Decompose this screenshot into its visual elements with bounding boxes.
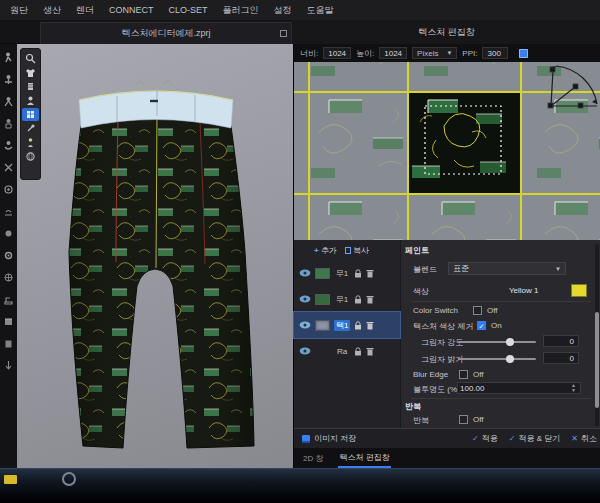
float-window-icon[interactable] bbox=[280, 30, 287, 37]
thread-spool-icon[interactable] bbox=[22, 80, 39, 93]
shadow-intensity-value[interactable]: 0 bbox=[543, 335, 579, 347]
layer-row-3-selected[interactable]: 텍1 bbox=[294, 312, 400, 338]
layer-name: 텍1 bbox=[334, 320, 350, 331]
lock-icon[interactable] bbox=[354, 347, 362, 356]
trash-icon[interactable] bbox=[366, 269, 374, 278]
eye-icon[interactable] bbox=[299, 295, 311, 303]
check-icon: ✓ bbox=[472, 434, 479, 443]
repeat-checkbox[interactable] bbox=[459, 415, 468, 424]
lock-icon[interactable] bbox=[354, 321, 362, 330]
editor-bottom-tabs: 2D 창 텍스처 편집창 bbox=[294, 448, 600, 468]
tile-view-icon[interactable] bbox=[519, 49, 528, 58]
left-toolbar bbox=[0, 44, 17, 468]
width-field[interactable]: 1024 bbox=[323, 47, 351, 59]
avatar-measure-icon[interactable] bbox=[3, 162, 14, 173]
scrollbar-thumb[interactable] bbox=[595, 312, 599, 408]
eye-icon[interactable] bbox=[299, 347, 311, 355]
eye-icon[interactable] bbox=[299, 269, 311, 277]
avatar-edit-icon[interactable] bbox=[3, 118, 14, 129]
menu-item-render[interactable]: 렌더 bbox=[76, 4, 94, 17]
trash-icon[interactable] bbox=[366, 295, 374, 304]
lock-icon[interactable] bbox=[354, 269, 362, 278]
ppi-field[interactable]: 300 bbox=[482, 47, 508, 59]
avatar-size-icon[interactable] bbox=[3, 96, 14, 107]
tab-2d-window[interactable]: 2D 창 bbox=[302, 450, 324, 467]
world-icon[interactable] bbox=[22, 150, 39, 163]
slider-thumb[interactable] bbox=[506, 338, 514, 346]
press-tool-icon[interactable] bbox=[3, 360, 14, 371]
copy-layer-button[interactable]: 복사 bbox=[345, 245, 369, 256]
blur-edge-row: Blur Edge Off bbox=[401, 368, 597, 382]
save-image-button[interactable]: 이미지 저장 bbox=[302, 433, 356, 444]
close-icon: ✕ bbox=[571, 434, 578, 443]
menu-item-production[interactable]: 생산 bbox=[43, 4, 61, 17]
tab-texture-editor[interactable]: 텍스처 편집창 bbox=[338, 449, 390, 468]
avatar-walk-icon[interactable] bbox=[3, 52, 14, 63]
folder-icon[interactable] bbox=[4, 475, 17, 484]
menu-item-plugin[interactable]: 플러그인 bbox=[223, 4, 259, 17]
mannequin-icon[interactable] bbox=[22, 136, 39, 149]
pants-model bbox=[17, 44, 293, 468]
shadow-intensity-row: 그림자 강도 0 bbox=[401, 335, 597, 349]
texture-editor-mode-icon[interactable] bbox=[22, 108, 39, 121]
remove-color-label: 텍스처 색상 제거 bbox=[413, 321, 473, 332]
shadow-brightness-value[interactable]: 0 bbox=[543, 352, 579, 364]
apply-button[interactable]: ✓적용 bbox=[472, 433, 498, 444]
zoom-tool-icon[interactable] bbox=[22, 52, 39, 65]
stepper-icon[interactable]: ▲▼ bbox=[571, 383, 576, 393]
viewport-3d[interactable] bbox=[17, 44, 293, 468]
fabric-roll-icon[interactable] bbox=[3, 338, 14, 349]
add-layer-button[interactable]: + 추가 bbox=[314, 245, 337, 256]
globe-tool-icon[interactable] bbox=[3, 272, 14, 283]
project-tab[interactable]: 텍스처에디터예제.zprj bbox=[40, 22, 292, 44]
unit-dropdown[interactable]: Pixels▼ bbox=[412, 47, 457, 59]
menu-item-help[interactable]: 도움말 bbox=[307, 4, 334, 17]
layer-row-1[interactable]: 무1 bbox=[294, 260, 400, 286]
layer-row-2[interactable]: 무1 bbox=[294, 286, 400, 312]
texture-editor-title: 텍스처 편집창 bbox=[293, 20, 600, 44]
shadow-brightness-slider[interactable] bbox=[458, 358, 536, 360]
roll-icon[interactable] bbox=[3, 316, 14, 327]
garment-icon[interactable] bbox=[22, 66, 39, 79]
blend-dropdown[interactable]: 표준▼ bbox=[448, 262, 566, 275]
tab-strip: 텍스처에디터예제.zprj 텍스처 편집창 bbox=[0, 20, 600, 44]
apply-close-button[interactable]: ✓적용 & 닫기 bbox=[509, 433, 560, 444]
gear-tool-icon[interactable] bbox=[3, 250, 14, 261]
steam-icon[interactable] bbox=[3, 206, 14, 217]
shadow-intensity-slider[interactable] bbox=[458, 341, 536, 343]
ppi-label: PPI: bbox=[462, 49, 477, 58]
color-label: 색상 bbox=[413, 286, 429, 297]
pin-mode-icon[interactable] bbox=[22, 122, 39, 135]
slider-thumb[interactable] bbox=[506, 355, 514, 363]
avatar-pose-icon[interactable] bbox=[3, 74, 14, 85]
blend-row: 블렌드 표준▼ bbox=[401, 262, 597, 276]
avatar-display-icon[interactable] bbox=[22, 94, 39, 107]
pin-tool-icon[interactable] bbox=[3, 228, 14, 239]
height-field[interactable]: 1024 bbox=[379, 47, 407, 59]
opacity-field[interactable]: 100.00 ▲▼ bbox=[457, 382, 581, 394]
layer-name: 무1 bbox=[334, 294, 350, 305]
app-logo-icon[interactable] bbox=[62, 472, 76, 486]
menu-item-closet[interactable]: CLO-SET bbox=[169, 5, 208, 15]
menu-item-connect[interactable]: CONNECT bbox=[109, 5, 154, 15]
sewing-machine-icon[interactable] bbox=[3, 294, 14, 305]
menu-item-fabric[interactable]: 원단 bbox=[10, 4, 28, 17]
brush-icon[interactable] bbox=[3, 184, 14, 195]
eye-icon[interactable] bbox=[299, 321, 311, 329]
color-row: 색상 Yellow 1 bbox=[401, 284, 597, 298]
mode-toolbar bbox=[20, 48, 41, 180]
trash-icon[interactable] bbox=[366, 321, 374, 330]
trash-icon[interactable] bbox=[366, 347, 374, 356]
cancel-button[interactable]: ✕취소 bbox=[571, 433, 597, 444]
remove-color-checkbox[interactable]: ✓ bbox=[477, 321, 486, 330]
shadow-intensity-label: 그림자 강도 bbox=[421, 337, 463, 348]
layer-thumbnail bbox=[315, 268, 330, 279]
color-swatch[interactable] bbox=[571, 284, 587, 297]
blur-edge-checkbox[interactable] bbox=[459, 370, 468, 379]
lock-icon[interactable] bbox=[354, 295, 362, 304]
texture-canvas[interactable] bbox=[294, 62, 600, 240]
menu-item-settings[interactable]: 설정 bbox=[274, 4, 292, 17]
avatar-tape-icon[interactable] bbox=[3, 140, 14, 151]
layer-row-4[interactable]: Ra bbox=[294, 338, 400, 364]
color-switch-checkbox[interactable] bbox=[473, 306, 482, 315]
